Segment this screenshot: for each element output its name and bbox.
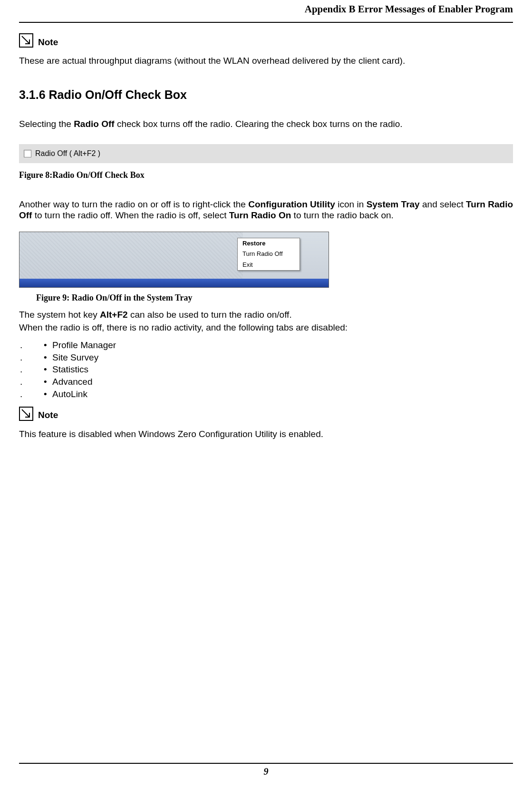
text: The system hot key [19,310,100,320]
desktop-area [19,232,243,279]
footer-rule [19,763,513,765]
note-arrow-icon [19,33,33,48]
list-item: . • Statistics [19,363,513,376]
list-marker: . [19,339,44,351]
bold-turn-radio-on: Turn Radio On [229,210,291,220]
figure-8-caption: Figure 8:Radio On/Off Check Box [19,170,513,181]
bullet-icon: • [44,388,52,400]
list-marker: . [19,388,44,400]
note-label: Note [38,37,58,48]
bold-altf2: Alt+F2 [100,310,128,320]
menu-item-exit[interactable]: Exit [238,260,300,270]
text: to turn the radio off. When the radio is… [32,210,229,220]
menu-item-turn-radio-off[interactable]: Turn Radio Off [238,249,300,259]
text: to turn the radio back on. [291,210,393,220]
bullet-icon: • [44,376,52,388]
bullet-icon: • [44,363,52,376]
text: and select [420,199,466,209]
text: Another way to turn the radio on or off … [19,199,248,209]
bullet-icon: • [44,339,52,351]
list-marker: . [19,363,44,376]
figure-9-image: Restore Turn Radio Off Exit [19,232,329,288]
figure-9-caption: Figure 9: Radio On/Off in the System Tra… [36,292,513,303]
list-item-label: Site Survey [52,351,98,364]
text: icon in [335,199,367,209]
bold-radio-off: Radio Off [74,119,115,129]
note-arrow-icon [19,407,33,421]
list-item: . • Advanced [19,376,513,388]
text: Selecting the [19,119,74,129]
menu-item-restore[interactable]: Restore [238,238,300,249]
context-menu: Restore Turn Radio Off Exit [237,238,300,271]
svg-line-1 [22,409,29,417]
note-text: These are actual throughput diagrams (wi… [19,55,513,67]
list-marker: . [19,351,44,364]
section-intro: Selecting the Radio Off check box turns … [19,118,513,130]
hotkey-line: The system hot key Alt+F2 can also be us… [19,309,513,321]
bold-config-utility: Configuration Utility [248,199,335,209]
disabled-intro: When the radio is off, there is no radio… [19,322,513,333]
bullet-icon: • [44,351,52,364]
svg-line-0 [22,36,29,44]
bold-system-tray: System Tray [367,199,420,209]
note-block: Note [19,33,513,48]
list-item-label: Advanced [52,376,93,388]
note-label: Note [38,409,58,421]
list-item: . • Site Survey [19,351,513,364]
list-item-label: Profile Manager [52,339,116,351]
radio-off-checkbox-widget: Radio Off ( Alt+F2 ) [19,144,513,163]
list-item-label: Statistics [52,363,88,376]
text: check box turns off the radio. Clearing … [115,119,403,129]
note-block: Note [19,407,513,421]
text: can also be used to turn the radio on/of… [128,310,292,320]
page-number: 9 [19,766,513,778]
appendix-title: Appendix B Error Messages of Enabler Pro… [19,0,513,17]
list-item: . • AutoLink [19,388,513,400]
list-item-label: AutoLink [52,388,87,400]
list-item: . • Profile Manager [19,339,513,351]
checkbox-icon[interactable] [24,150,31,157]
checkbox-label: Radio Off ( Alt+F2 ) [35,149,100,158]
page-footer: 9 [19,763,513,789]
systray-paragraph: Another way to turn the radio on or off … [19,199,513,222]
taskbar [19,279,329,287]
disabled-tabs-list: . • Profile Manager . • Site Survey . • … [19,339,513,400]
note-text: This feature is disabled when Windows Ze… [19,429,513,440]
page-header: Appendix B Error Messages of Enabler Pro… [19,0,513,23]
section-heading-316: 3.1.6 Radio On/Off Check Box [19,88,513,102]
list-marker: . [19,376,44,388]
header-rule [19,22,513,23]
